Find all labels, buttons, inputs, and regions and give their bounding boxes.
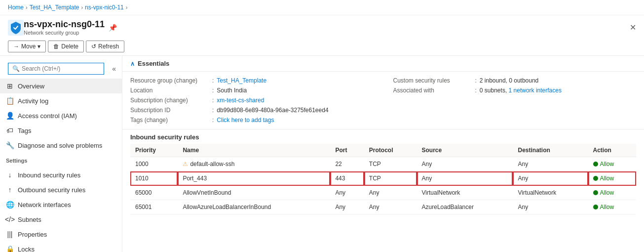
breadcrumb: Home › Test_HA_Template › ns-vpx-nic0-11… <box>0 0 644 15</box>
inbound-rules-section: Inbound security rules Priority Name Por… <box>122 129 644 218</box>
resource-group-link[interactable]: Test_HA_Template <box>217 77 266 84</box>
diagnose-icon: 🔧 <box>6 141 14 149</box>
cell-action: Allow <box>588 200 637 214</box>
essentials-row-tags: Tags (change) : Click here to add tags <box>130 115 374 125</box>
cell-priority: 1010 <box>130 171 178 186</box>
essentials-row-location: Location : South India <box>130 85 374 95</box>
essentials-row-associated: Associated with : 0 subnets, 1 network i… <box>393 85 637 95</box>
move-chevron-icon: ▾ <box>38 43 40 50</box>
move-button[interactable]: → Move ▾ <box>8 41 46 52</box>
table-row[interactable]: 1010 Port_443 443 TCP Any Any Allow <box>130 171 636 186</box>
cell-name: AllowVnetInBound <box>178 186 330 200</box>
cell-port: 443 <box>330 171 364 186</box>
essentials-row-subscription: Subscription (change) : xm-test-cs-share… <box>130 95 374 105</box>
table-header-row: Priority Name Port Protocol Source Desti… <box>130 144 636 157</box>
allow-dot-icon <box>593 162 598 167</box>
warning-icon: ⚠ <box>183 161 188 168</box>
outbound-rules-icon: ↑ <box>6 186 14 194</box>
access-control-icon: 👤 <box>6 112 14 120</box>
cell-priority: 65001 <box>130 200 178 214</box>
essentials-row-custom-rules: Custom security rules : 2 inbound, 0 out… <box>393 76 637 85</box>
resource-header: ns-vpx-nic-nsg0-11 Network security grou… <box>0 15 644 38</box>
table-row[interactable]: 1000 ⚠default-allow-ssh 22 TCP Any Any A… <box>130 157 636 171</box>
refresh-button[interactable]: ↺ Refresh <box>86 41 124 52</box>
nsg-icon <box>8 20 24 36</box>
content-area: ∧ Essentials Resource group (change) : T… <box>122 56 644 252</box>
cell-protocol: TCP <box>364 171 417 186</box>
cell-source: VirtualNetwork <box>417 186 513 200</box>
sidebar-item-outbound-rules[interactable]: ↑ Outbound security rules <box>0 182 122 197</box>
essentials-right: Custom security rules : 2 inbound, 0 out… <box>393 76 637 125</box>
cell-destination: Any <box>513 171 588 186</box>
allow-dot-icon <box>593 205 598 210</box>
cell-protocol: TCP <box>364 157 417 171</box>
resource-title: ns-vpx-nic-nsg0-11 <box>24 19 105 30</box>
sidebar-item-inbound-rules[interactable]: ↓ Inbound security rules <box>0 168 122 182</box>
cell-priority: 1000 <box>130 157 178 171</box>
col-priority: Priority <box>130 144 178 157</box>
network-interfaces-icon: 🌐 <box>6 201 14 209</box>
network-interfaces-link[interactable]: 1 network interfaces <box>509 87 562 94</box>
col-name: Name <box>178 144 330 157</box>
cell-protocol: Any <box>364 186 417 200</box>
cell-action: Allow <box>588 186 637 200</box>
sidebar-item-subnets[interactable]: </> Subnets <box>0 212 122 227</box>
sidebar-item-network-interfaces[interactable]: 🌐 Network interfaces <box>0 197 122 212</box>
delete-button[interactable]: 🗑 Delete <box>48 41 84 52</box>
sidebar-item-diagnose[interactable]: 🔧 Diagnose and solve problems <box>0 138 122 153</box>
tags-icon: 🏷 <box>6 126 14 134</box>
delete-icon: 🗑 <box>53 43 59 50</box>
collapse-sidebar-button[interactable]: « <box>110 63 118 75</box>
col-action: Action <box>588 144 637 157</box>
cell-port: Any <box>330 200 364 214</box>
essentials-row-rg: Resource group (change) : Test_HA_Templa… <box>130 76 374 85</box>
sidebar-item-overview[interactable]: ⊞ Overview <box>0 79 122 93</box>
essentials-grid: Resource group (change) : Test_HA_Templa… <box>122 72 644 129</box>
table-row[interactable]: 65000 AllowVnetInBound Any Any VirtualNe… <box>130 186 636 200</box>
cell-source: AzureLoadBalancer <box>417 200 513 214</box>
cell-destination: Any <box>513 200 588 214</box>
pin-icon[interactable]: 📌 <box>109 24 117 32</box>
essentials-left: Resource group (change) : Test_HA_Templa… <box>130 76 374 125</box>
subscription-link[interactable]: xm-test-cs-shared <box>217 97 264 104</box>
search-icon: 🔍 <box>12 65 20 72</box>
allow-badge: Allow <box>593 204 632 210</box>
inbound-rules-title: Inbound security rules <box>130 133 636 141</box>
resource-subtitle: Network security group <box>24 30 105 36</box>
essentials-chevron-icon: ∧ <box>130 60 135 67</box>
breadcrumb-home[interactable]: Home <box>8 4 24 11</box>
cell-protocol: Any <box>364 200 417 214</box>
properties-icon: ||| <box>6 230 14 238</box>
allow-badge: Allow <box>593 175 632 182</box>
locks-icon: 🔒 <box>6 245 14 252</box>
sidebar-item-access-control[interactable]: 👤 Access control (IAM) <box>0 108 122 123</box>
move-icon: → <box>13 43 19 50</box>
col-protocol: Protocol <box>364 144 417 157</box>
cell-name: Port_443 <box>178 171 330 186</box>
cell-source: Any <box>417 157 513 171</box>
sidebar-item-properties[interactable]: ||| Properties <box>0 227 122 242</box>
col-port: Port <box>330 144 364 157</box>
sidebar-item-tags[interactable]: 🏷 Tags <box>0 123 122 138</box>
cell-port: 22 <box>330 157 364 171</box>
allow-dot-icon <box>593 190 598 195</box>
sidebar-item-locks[interactable]: 🔒 Locks <box>0 242 122 252</box>
allow-badge: Allow <box>593 161 632 168</box>
sidebar-item-activity-log[interactable]: 📋 Activity log <box>0 93 122 108</box>
allow-badge: Allow <box>593 189 632 196</box>
settings-section-label: Settings <box>0 153 122 166</box>
cell-name: ⚠default-allow-ssh <box>178 157 330 171</box>
search-input[interactable] <box>22 65 100 72</box>
cell-action: Allow <box>588 171 637 186</box>
breadcrumb-nic[interactable]: ns-vpx-nic0-11 <box>85 4 124 11</box>
essentials-header[interactable]: ∧ Essentials <box>122 56 644 72</box>
breadcrumb-template[interactable]: Test_HA_Template <box>30 4 79 11</box>
cell-source: Any <box>417 171 513 186</box>
cell-action: Allow <box>588 157 637 171</box>
close-button[interactable]: ✕ <box>630 23 636 32</box>
cell-destination: VirtualNetwork <box>513 186 588 200</box>
main-layout: 🔍 « ⊞ Overview 📋 Activity log 👤 Access c… <box>0 56 644 252</box>
col-destination: Destination <box>513 144 588 157</box>
table-row[interactable]: 65001 AllowAzureLoadBalancerInBound Any … <box>130 200 636 214</box>
add-tags-link[interactable]: Click here to add tags <box>217 117 274 124</box>
